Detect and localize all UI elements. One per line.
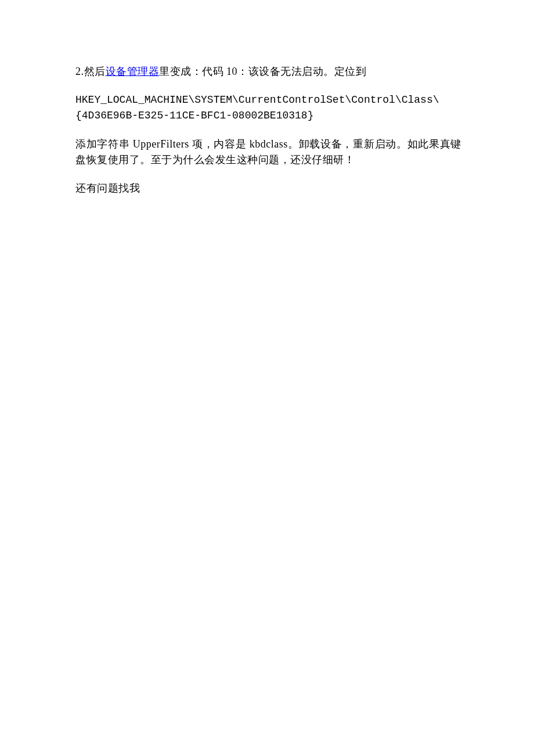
device-manager-link[interactable]: 设备管理器 [106,66,160,77]
paragraph-3: 添加字符串 UpperFilters 项，内容是 kbdclass。卸载设备，重… [75,136,461,168]
paragraph-4: 还有问题找我 [75,181,461,196]
document-content: 2.然后设备管理器里变成：代码 10：该设备无法启动。定位到 HKEY_LOCA… [0,0,534,196]
paragraph-1: 2.然后设备管理器里变成：代码 10：该设备无法启动。定位到 [75,64,461,80]
text-suffix: 里变成：代码 10：该设备无法启动。定位到 [159,66,366,77]
text-prefix: 2.然后 [75,66,106,77]
paragraph-2-registry-path: HKEY_LOCAL_MACHINE\SYSTEM\CurrentControl… [75,92,461,124]
